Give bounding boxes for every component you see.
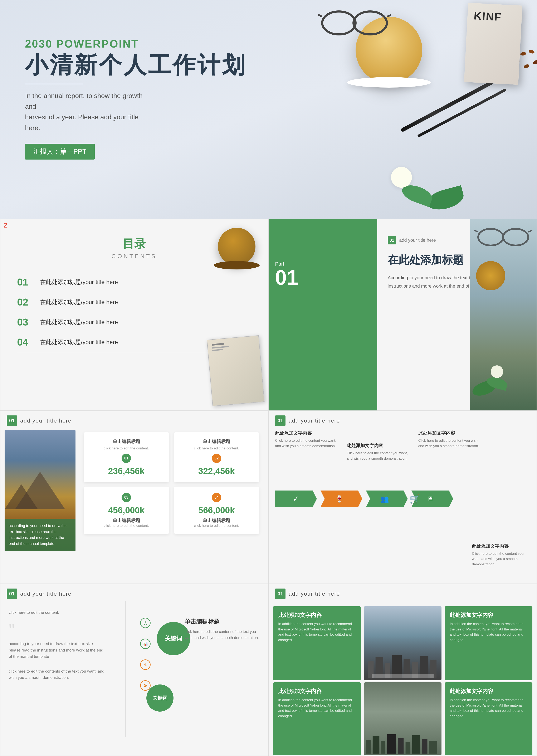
stat-value-1: 236,456k — [90, 466, 163, 476]
slide5: 01 add your title here 此处添加文字内容 Click he… — [268, 411, 537, 584]
stat-card-3: 03 456,000k 单击编辑标题 click here to edit th… — [84, 486, 169, 534]
slide2: 2 目录 CONTENTS 01 在此处添加标题/your title here… — [0, 219, 268, 411]
contents-item-2: 02 在此处添加标题/your title here — [17, 292, 251, 312]
slide3-badge-text: add your title here — [399, 237, 436, 243]
card3-text: In addition the content you want to reco… — [278, 697, 355, 719]
svg-rect-21 — [373, 736, 379, 754]
stat-circle-4: 04 — [212, 493, 221, 502]
slide4-badge-text: add your title here — [20, 418, 71, 424]
slide4: 01 add your title here according to your… — [0, 411, 268, 584]
slide5-badge-num: 01 — [275, 415, 285, 426]
contents-text-3: 在此处添加标题/your title here — [40, 318, 118, 326]
slide3-part: Part 01 — [275, 261, 298, 288]
svg-rect-28 — [430, 741, 437, 753]
slide7-card-4: 此处添加文字内容 In addition the content you wan… — [445, 682, 532, 755]
svg-line-8 — [474, 230, 478, 232]
flower — [391, 167, 412, 188]
part-number: 01 — [275, 267, 298, 288]
slide5-info-left: 此处添加文字内容 Click here to edit the content … — [275, 430, 343, 461]
slide3-green-panel: Part 01 — [269, 219, 377, 411]
svg-rect-26 — [412, 735, 420, 754]
slide5-arrow-row: ✓ 🍷 👥 🖥 — [275, 490, 453, 507]
stat-subtitle-4: click here to edit the content. — [181, 524, 253, 528]
contents-text-1: 在此处添加标题/your title here — [40, 278, 118, 286]
icon1: ◎ — [140, 618, 150, 628]
coffee-saucer — [347, 77, 431, 88]
info-title-4: 此处添加文字内容 — [472, 543, 530, 549]
slide5-badge-text: add your title here — [289, 418, 340, 424]
svg-point-1 — [353, 12, 387, 34]
stat-title-4: 单击编辑标题 — [181, 518, 253, 524]
arrow2-box: 🍷 — [316, 490, 362, 507]
stat-subtitle-3: click here to edit the content. — [90, 524, 163, 528]
slide6-section-title: 单击编辑标题 — [185, 618, 260, 626]
info-title-1: 此处添加文字内容 — [275, 430, 343, 436]
slide5-info-far-right — [490, 430, 530, 461]
arrow1: ✓ — [275, 490, 317, 507]
arrow3-box: 👥 — [362, 490, 408, 507]
contents-text-4: 在此处添加标题/your title here — [40, 338, 118, 346]
card2-title: 此处添加文字内容 — [450, 611, 527, 619]
contents-item-3: 03 在此处添加标题/your title here — [17, 312, 251, 332]
slide1-content: 2030 POWERPOINT 小清新个人工作计划 In the annual … — [25, 38, 246, 159]
contents-text-2: 在此处添加标题/your title here — [40, 298, 118, 306]
stat-value-2: 322,456k — [181, 466, 253, 476]
arrow2: 🍷 — [316, 490, 362, 507]
slide7-card-3: 此处添加文字内容 In addition the content you wan… — [273, 682, 361, 755]
glasses-decoration — [318, 11, 391, 36]
slide4-photo: according to your need to draw the text … — [5, 430, 75, 551]
stat-subtitle-2: click here to edit the content. — [181, 446, 253, 450]
card2-text: In addition the content you want to reco… — [450, 621, 527, 643]
slide6-right-text: 单击编辑标题 click here to edit the content of… — [185, 618, 260, 641]
slide1: KINF 2030 POWERPOINT 小清新个人工作计划 In the an… — [0, 0, 537, 219]
stat-value-3: 456,000k — [90, 505, 163, 515]
slide3-badge-num: 01 — [388, 236, 396, 244]
svg-rect-22 — [382, 741, 385, 753]
slide6-header: 01 add your title here — [0, 584, 268, 603]
stat-circle-2: 02 — [212, 454, 221, 463]
slide1-badge: 汇报人：第一PPT — [25, 144, 95, 159]
svg-point-6 — [503, 229, 528, 245]
info-title-2: 此处添加文字内容 — [347, 442, 414, 449]
svg-line-4 — [387, 13, 391, 17]
contents-num-4: 04 — [17, 336, 34, 348]
icon3: ⚠ — [140, 659, 150, 670]
slide7-photo — [364, 606, 441, 680]
slide7-bottom-row: 此处添加文字内容 In addition the content you wan… — [269, 682, 537, 756]
stat-subtitle-1: click here to edit the content. — [90, 446, 163, 450]
slide3-photo — [470, 219, 537, 411]
road — [372, 674, 434, 678]
magazine-decoration: KINF — [464, 3, 522, 85]
contents-num-1: 01 — [17, 276, 34, 288]
slide7-top-row: 此处添加文字内容 In addition the content you wan… — [269, 603, 537, 682]
info-text-4: Click here to edit the content you want,… — [472, 551, 530, 567]
slide5-top-info: 此处添加文字内容 Click here to edit the content … — [275, 430, 530, 461]
slide3: 3 Part 01 01 add your title here 在此处添加标题… — [268, 219, 537, 411]
stat-card-2: 单击编辑标题 click here to edit the content. 0… — [174, 432, 259, 483]
slide1-divider — [25, 84, 83, 84]
svg-rect-20 — [366, 740, 371, 754]
icon2: 📊 — [140, 639, 150, 649]
slide4-stats: 单击编辑标题 click here to edit the content. 0… — [80, 428, 263, 538]
slide6-vline — [125, 601, 126, 736]
slide7-header: 01 add your title here — [269, 584, 537, 603]
slide6-icons: ◎ 📊 ⚠ ⚙ — [140, 618, 150, 691]
slide6-left-content: click here to edit the content. " accord… — [9, 609, 105, 681]
slide4-overlay: according to your need to draw the text … — [5, 519, 75, 551]
slide6-text-1: click here to edit the content. — [9, 609, 105, 616]
card1-title: 此处添加文字内容 — [278, 611, 355, 619]
part-label: Part — [275, 261, 298, 267]
s2-saucer — [214, 261, 260, 270]
slide5-header: 01 add your title here — [269, 411, 537, 430]
contents-num-2: 02 — [17, 296, 34, 308]
info-title-3: 此处添加文字内容 — [418, 430, 486, 436]
stat-title-1: 单击编辑标题 — [90, 439, 163, 444]
slide5-bottom-info: 此处添加文字内容 Click here to edit the content … — [472, 543, 530, 567]
s3-coffee — [476, 261, 505, 290]
slide1-year: 2030 POWERPOINT — [25, 38, 246, 50]
svg-line-9 — [528, 230, 532, 232]
slide4-header: 01 add your title here — [0, 411, 268, 430]
svg-rect-23 — [387, 734, 396, 754]
slide7-photo-bottom — [364, 682, 441, 755]
slide6-quote: " — [9, 622, 105, 639]
